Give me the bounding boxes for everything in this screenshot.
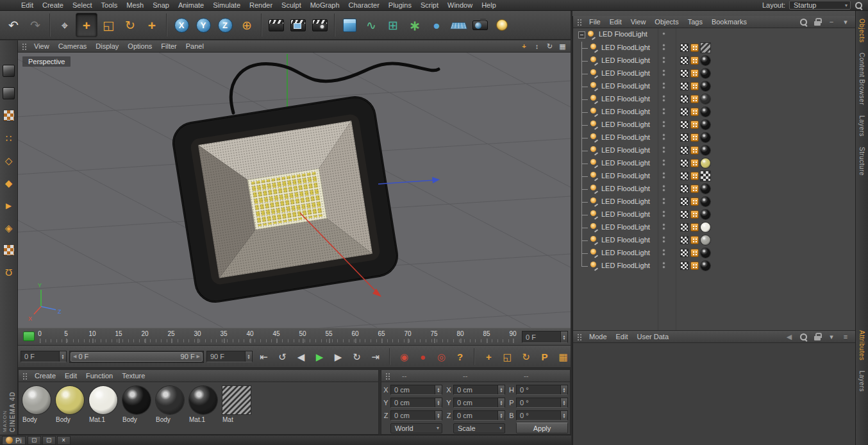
attr-history-button[interactable]: ▾	[826, 332, 837, 342]
texture-tag-icon[interactable]	[680, 82, 689, 90]
object-row[interactable]: LED FloodLight	[573, 196, 855, 208]
size-z-field[interactable]: 0 cm▲▼	[453, 410, 505, 421]
viewport-menu-filter[interactable]: Filter	[156, 42, 181, 50]
make-editable-button[interactable]	[1, 62, 17, 79]
menu-render[interactable]: Render	[245, 1, 277, 10]
phong-tag-icon[interactable]	[690, 249, 699, 257]
stepper[interactable]: ▲▼	[435, 398, 442, 407]
material-thumbnail[interactable]	[701, 158, 710, 168]
last-used-tool-button[interactable]: +	[141, 13, 163, 37]
keyframe-selection-button[interactable]: ◎	[433, 348, 450, 365]
material-thumbnail[interactable]	[701, 43, 710, 53]
light-button[interactable]	[491, 13, 513, 37]
lock-x-axis-button[interactable]: X	[171, 13, 192, 37]
polygon-mode-button[interactable]: ◆	[1, 174, 17, 191]
visibility-dots[interactable]	[662, 249, 665, 256]
size-x-field[interactable]: 0 cm▲▼	[453, 385, 505, 395]
material-menu-create[interactable]: Create	[30, 372, 60, 380]
material-thumbnail[interactable]	[701, 171, 710, 181]
end-stepper[interactable]: ▲▼	[245, 351, 252, 362]
texture-tag-icon[interactable]	[680, 95, 689, 103]
key-scale-button[interactable]: ◱	[499, 348, 516, 365]
object-manager-menu-view[interactable]: View	[626, 18, 651, 26]
texture-tag-icon[interactable]	[680, 146, 689, 155]
rotation-h-field[interactable]: 0 °▲▼	[516, 385, 568, 395]
lock-z-axis-button[interactable]: Z	[214, 13, 236, 37]
undo-button[interactable]: ↶	[3, 13, 24, 37]
mograph-cloner-button[interactable]: ⊞	[382, 13, 404, 37]
phong-tag-icon[interactable]	[690, 133, 699, 142]
visibility-dots[interactable]	[662, 108, 665, 115]
viewport-menu-view[interactable]: View	[29, 42, 54, 50]
pan-view-button[interactable]: +	[519, 42, 530, 51]
material-item[interactable]: Body	[156, 386, 186, 430]
object-row[interactable]: LED FloodLight	[573, 208, 855, 221]
dock-window-1-button[interactable]: ⊡	[28, 436, 41, 445]
texture-tag-icon[interactable]	[680, 210, 689, 219]
point-mode-button[interactable]: ∷	[1, 130, 17, 146]
panel-grip-icon[interactable]	[576, 333, 582, 341]
panel-tab-attributes[interactable]: Attributes	[858, 330, 865, 360]
position-y-field[interactable]: 0 cm▲▼	[390, 398, 442, 408]
camera-button[interactable]	[469, 13, 491, 37]
menu-window[interactable]: Window	[443, 1, 477, 10]
key-position-button[interactable]: +	[480, 348, 497, 365]
panel-grip-icon[interactable]	[21, 42, 27, 51]
attr-lock-button[interactable]	[812, 332, 822, 342]
lock-y-axis-button[interactable]: Y	[192, 13, 214, 37]
menu-mograph[interactable]: MoGraph	[306, 1, 344, 10]
visibility-dots[interactable]	[662, 32, 665, 35]
menu-snap[interactable]: Snap	[148, 1, 174, 10]
panel-tab-layers[interactable]: Layers	[858, 115, 865, 137]
material-item[interactable]: Mat.1	[189, 386, 219, 430]
volume-button[interactable]: ●	[426, 13, 447, 37]
material-thumbnail[interactable]	[701, 261, 710, 271]
panel-grip-icon[interactable]	[576, 18, 582, 26]
timeline-range-slider[interactable]: ◀ 0 F 90 F ▶	[69, 351, 204, 363]
material-preview[interactable]	[156, 386, 184, 414]
material-thumbnail[interactable]	[701, 120, 710, 130]
material-thumbnail[interactable]	[701, 235, 710, 245]
visibility-dots[interactable]	[662, 159, 665, 166]
phong-tag-icon[interactable]	[690, 236, 699, 244]
material-item[interactable]: Mat	[222, 386, 253, 430]
material-preview[interactable]	[22, 386, 51, 414]
visibility-dots[interactable]	[662, 197, 665, 205]
workplane-mode-button[interactable]	[1, 242, 17, 258]
material-thumbnail[interactable]	[701, 248, 710, 258]
phong-tag-icon[interactable]	[690, 44, 699, 52]
phong-tag-icon[interactable]	[690, 185, 699, 193]
attribute-menu-edit[interactable]: Edit	[612, 333, 633, 340]
viewport-menu-options[interactable]: Options	[123, 42, 156, 50]
next-frame-button[interactable]: ▶	[330, 348, 347, 365]
menu-character[interactable]: Character	[344, 1, 384, 10]
visibility-dots[interactable]	[662, 82, 665, 89]
material-item[interactable]: Body	[122, 386, 153, 430]
om-search-button[interactable]	[798, 17, 808, 27]
viewport-canvas[interactable]: Y Z X Perspective	[18, 53, 571, 328]
visibility-dots[interactable]	[662, 172, 665, 179]
range-right-arrow-icon[interactable]: ▶	[197, 354, 200, 359]
phong-tag-icon[interactable]	[690, 69, 699, 78]
field-plane-button[interactable]	[447, 13, 469, 37]
visibility-dots[interactable]	[662, 44, 665, 51]
texture-tag-icon[interactable]	[680, 197, 689, 206]
texture-tag-icon[interactable]	[680, 121, 689, 129]
visibility-dots[interactable]	[662, 262, 665, 269]
object-row[interactable]: LED FloodLight	[573, 131, 855, 144]
object-row[interactable]: LED FloodLight	[573, 170, 855, 183]
rotation-b-field[interactable]: 0 °▲▼	[516, 410, 568, 421]
object-manager-menu-bookmarks[interactable]: Bookmarks	[707, 18, 751, 26]
material-thumbnail[interactable]	[701, 107, 710, 117]
visibility-dots[interactable]	[662, 133, 665, 140]
menu-plugins[interactable]: Plugins	[384, 1, 416, 10]
material-thumbnail[interactable]	[701, 146, 710, 155]
object-row[interactable]: LED FloodLight	[573, 157, 855, 170]
object-row[interactable]: LED FloodLight	[573, 93, 855, 106]
layout-select[interactable]: Startup ▾	[789, 1, 851, 10]
coord-header-menu[interactable]: --	[393, 372, 454, 380]
material-menu-edit[interactable]: Edit	[60, 372, 81, 380]
visibility-dots[interactable]	[662, 56, 665, 63]
material-preview[interactable]	[89, 386, 117, 414]
material-thumbnail[interactable]	[701, 81, 710, 91]
